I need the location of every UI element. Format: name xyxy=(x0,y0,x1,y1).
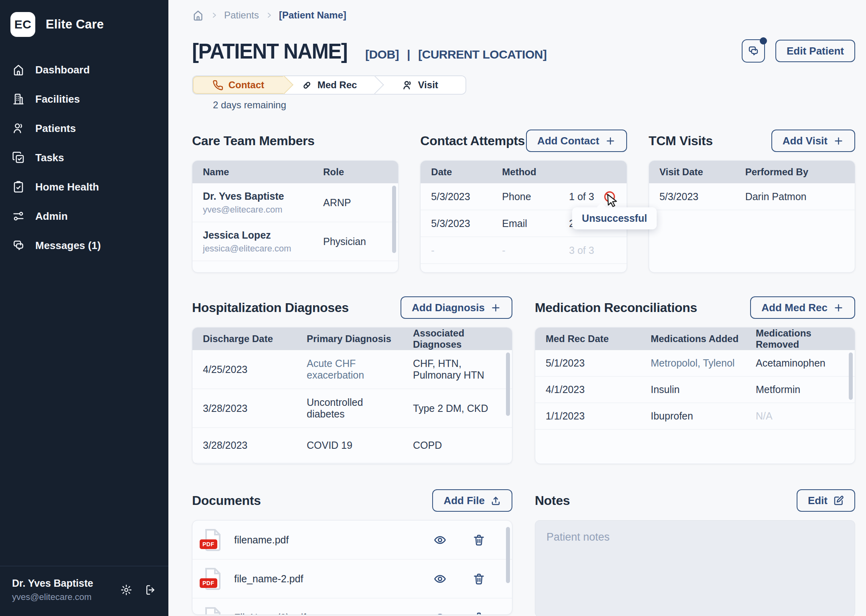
view-eye-icon[interactable] xyxy=(433,611,447,615)
add-diagnosis-button[interactable]: Add Diagnosis xyxy=(401,296,512,319)
edit-notes-label: Edit xyxy=(808,494,828,507)
user-name: Dr. Yves Baptiste xyxy=(12,578,93,589)
diagnoses-section: Hospitalization Diagnoses Add Diagnosis … xyxy=(192,296,512,464)
column-header-role: Role xyxy=(323,166,388,178)
table-row: Dr. Yves Baptiste yves@elitecare.com ARN… xyxy=(192,183,398,222)
sidebar-item-dashboard[interactable]: Dashboard xyxy=(10,62,158,78)
breadcrumb-patients[interactable]: Patients xyxy=(224,10,259,21)
clipboard-check-icon xyxy=(12,180,25,193)
table-row: 5/3/2023 Darin Patmon xyxy=(649,183,855,210)
unsuccessful-tooltip: Unsuccessful xyxy=(572,207,657,229)
scrollbar-thumb[interactable] xyxy=(506,353,510,416)
scrollbar-thumb[interactable] xyxy=(849,353,853,400)
care-team-card: Name Role Dr. Yves Baptiste yves@eliteca… xyxy=(192,160,399,273)
documents-title: Documents xyxy=(192,493,261,508)
scrollbar-thumb[interactable] xyxy=(506,527,510,583)
document-name: file_name-2.pdf xyxy=(234,573,303,585)
med-rec-date: 1/1/2023 xyxy=(546,410,651,422)
contact-attempts-title: Contact Attempts xyxy=(420,134,525,148)
app-logo-mark: EC xyxy=(10,12,35,37)
member-role: ARNP xyxy=(323,197,388,209)
user-icon xyxy=(12,122,25,135)
sidebar-item-facilities[interactable]: Facilities xyxy=(10,91,158,107)
column-header-associated: Associated Diagnoses xyxy=(413,328,502,350)
tab-contact[interactable]: Contact xyxy=(193,76,284,94)
plus-icon xyxy=(833,302,844,313)
column-header-date: Date xyxy=(431,166,502,178)
med-recs-title: Medication Reconciliations xyxy=(535,300,697,315)
sidebar-item-tasks[interactable]: Tasks xyxy=(10,150,158,166)
view-eye-icon[interactable] xyxy=(433,533,447,547)
add-contact-label: Add Contact xyxy=(537,135,599,147)
breadcrumb: Patients [Patient Name] xyxy=(192,7,855,23)
care-team-section: Care Team Members Name Role Dr. Yves Bap… xyxy=(192,129,399,273)
table-row: 1/1/2023 Ibuprofen N/A xyxy=(535,403,855,430)
tcm-stepper: Contact Med Rec Visit xyxy=(192,75,466,95)
column-header-primary: Primary Diagnosis xyxy=(307,333,413,344)
add-file-button[interactable]: Add File xyxy=(432,489,512,512)
user-icon xyxy=(402,80,413,91)
main-content: Patients [Patient Name] [PATIENT NAME] [… xyxy=(168,0,866,616)
building-icon xyxy=(12,93,25,105)
medications-removed: Acetaminophen xyxy=(756,357,844,369)
edit-patient-button[interactable]: Edit Patient xyxy=(775,40,855,62)
attempt-method: Email xyxy=(502,218,569,229)
pdf-file-icon: PDF xyxy=(203,528,223,551)
view-eye-icon[interactable] xyxy=(433,572,447,586)
plus-icon xyxy=(490,302,501,313)
document-row: PDF filename.pdf xyxy=(192,521,512,559)
table-row: 4/25/2023 Acute CHF exacerbation CHF, HT… xyxy=(192,350,512,389)
attempt-method: - xyxy=(502,245,569,256)
member-name: Jessica Lopez xyxy=(203,229,323,241)
tcm-visits-section: TCM Visits Add Visit Visit Date Performe… xyxy=(649,129,855,273)
sidebar: EC Elite Care Dashboard Facilities Patie… xyxy=(0,0,168,616)
discharge-date: 4/25/2023 xyxy=(203,364,307,375)
user-email: yves@elitecare.com xyxy=(12,592,93,602)
attempt-date: - xyxy=(431,245,502,256)
trash-icon[interactable] xyxy=(472,533,486,547)
column-header-med-rec-date: Med Rec Date xyxy=(546,333,651,344)
breadcrumb-home-icon[interactable] xyxy=(192,9,204,21)
trash-icon[interactable] xyxy=(472,611,486,615)
patient-notes-input[interactable] xyxy=(535,520,855,616)
column-header-discharge-date: Discharge Date xyxy=(203,333,307,344)
medications-added: Ibuprofen xyxy=(651,410,756,422)
column-header-method: Method xyxy=(502,166,569,178)
tcm-visits-card: Visit Date Performed By 5/3/2023 Darin P… xyxy=(649,160,855,273)
add-visit-button[interactable]: Add Visit xyxy=(771,130,855,152)
sidebar-item-patients[interactable]: Patients xyxy=(10,120,158,136)
logout-icon[interactable] xyxy=(144,584,156,596)
plus-icon xyxy=(605,136,616,146)
primary-diagnosis: Uncontrolled diabetes xyxy=(307,397,413,420)
sidebar-item-admin[interactable]: Admin xyxy=(10,208,158,224)
associated-diagnoses: Type 2 DM, CKD xyxy=(413,403,502,414)
subtitle-divider: | xyxy=(407,48,410,61)
unsuccessful-status-icon[interactable] xyxy=(603,190,616,203)
member-name: Dr. Yves Baptiste xyxy=(203,190,323,202)
attempt-method: Phone xyxy=(502,191,569,203)
add-contact-button[interactable]: Add Contact xyxy=(526,130,627,152)
scrollbar-thumb[interactable] xyxy=(392,186,396,253)
notes-title: Notes xyxy=(535,493,570,508)
phone-icon xyxy=(212,80,223,91)
tab-med-rec[interactable]: Med Rec xyxy=(284,76,375,94)
chevron-right-icon xyxy=(210,12,218,19)
med-rec-date: 5/1/2023 xyxy=(546,357,651,369)
edit-patient-label: Edit Patient xyxy=(787,45,844,57)
table-row: 5/3/2023 Phone 1 of 3 xyxy=(421,183,626,210)
diagnoses-title: Hospitalization Diagnoses xyxy=(192,300,349,315)
trash-icon[interactable] xyxy=(472,572,486,586)
chat-icon xyxy=(12,239,25,252)
medications-added: Metropolol, Tylenol xyxy=(651,357,756,369)
sidebar-item-label: Admin xyxy=(35,210,68,223)
tasks-icon xyxy=(12,151,25,164)
sidebar-item-messages[interactable]: Messages (1) xyxy=(10,237,158,253)
tab-visit[interactable]: Visit xyxy=(374,76,465,94)
sidebar-item-home-health[interactable]: Home Health xyxy=(10,179,158,195)
chevron-right-icon xyxy=(265,12,273,19)
messages-button[interactable] xyxy=(742,39,765,63)
edit-notes-button[interactable]: Edit xyxy=(797,489,855,512)
add-med-rec-button[interactable]: Add Med Rec xyxy=(750,296,855,319)
settings-gear-icon[interactable] xyxy=(120,584,132,596)
breadcrumb-current: [Patient Name] xyxy=(279,10,346,21)
